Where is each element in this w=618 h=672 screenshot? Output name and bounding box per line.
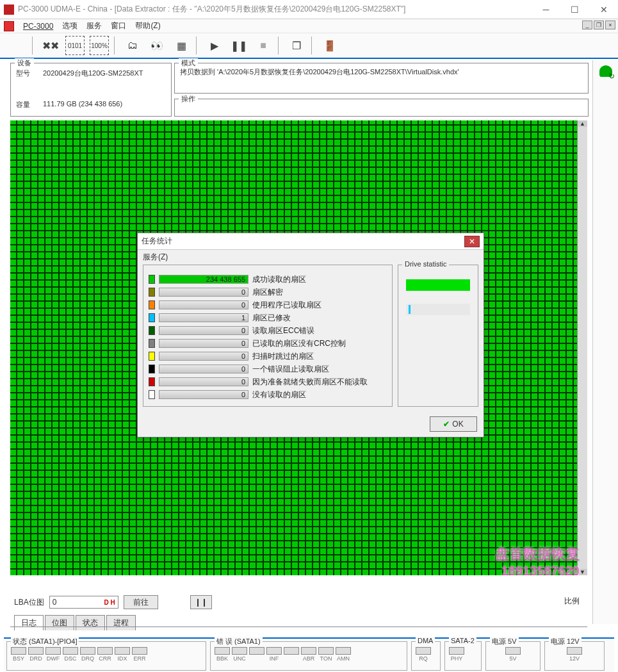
- module-icon: [4, 21, 14, 31]
- status-5v-group: 电源 5V 5V: [485, 641, 541, 671]
- exit-icon[interactable]: 🚪: [320, 36, 339, 55]
- drive-bar-good: [406, 279, 470, 291]
- right-sidebar: [592, 60, 618, 624]
- menubar: PC-3000 选项 服务 窗口 帮助(Z) _ ❐ ×: [0, 19, 618, 33]
- lba-value: 0: [53, 598, 57, 607]
- stat-row: 1扇区已修改: [149, 311, 387, 324]
- stat-color-swatch: [149, 339, 155, 348]
- percent-icon[interactable]: 100%: [90, 36, 109, 55]
- stat-label: 使用程序已读取扇区: [252, 300, 387, 311]
- tab-log[interactable]: 日志: [14, 615, 44, 630]
- status-led: AMN: [336, 647, 351, 662]
- status-led: [249, 647, 264, 662]
- minimize-button[interactable]: ─: [532, 0, 560, 19]
- bottom-tabs: 日志 位图 状态 进程: [14, 615, 136, 630]
- capacity-label: 容量: [16, 100, 39, 110]
- tab-status[interactable]: 状态: [76, 615, 105, 630]
- drive-statistic-panel: Drive statistic: [398, 265, 478, 407]
- tab-bitmap[interactable]: 位图: [45, 615, 74, 630]
- stat-value-bar: 0: [159, 352, 248, 361]
- menu-service[interactable]: 服务: [86, 20, 102, 31]
- dialog-title: 任务统计: [142, 236, 172, 247]
- stat-value-bar: 0: [159, 300, 248, 309]
- stat-color-swatch: [149, 377, 155, 386]
- status-led: IDX: [115, 647, 130, 662]
- menu-options[interactable]: 选项: [62, 20, 77, 31]
- lba-dechex-toggle[interactable]: D H: [104, 599, 115, 606]
- stat-label: 成功读取的扇区: [252, 274, 387, 285]
- menu-pc3000[interactable]: PC-3000: [23, 22, 53, 31]
- operation-panel: 操作: [174, 99, 589, 117]
- lba-input[interactable]: 0 D H: [49, 596, 118, 609]
- stat-row: 0已读取的扇区没有CRC控制: [149, 337, 387, 350]
- stat-label: 没有读取的扇区: [252, 389, 387, 400]
- close-button[interactable]: ✕: [589, 0, 618, 19]
- stat-value-bar: 0: [159, 390, 248, 399]
- stat-row: 0一个错误阻止读取扇区: [149, 363, 387, 375]
- tools-icon[interactable]: ✖✖: [41, 36, 60, 55]
- pause-icon[interactable]: ❚❚: [229, 36, 248, 55]
- stat-color-swatch: [149, 275, 155, 284]
- dialog-close-button[interactable]: ✕: [464, 236, 480, 247]
- status-dma-group: DMA RQ: [411, 641, 441, 671]
- status-led: CRR: [97, 647, 113, 662]
- drive-bar-detail: [406, 304, 470, 315]
- stat-row: 0扇区解密: [149, 286, 387, 299]
- app-icon: [4, 4, 14, 15]
- lba-label: LBA位图: [14, 597, 44, 608]
- map-build-icon[interactable]: ▦: [172, 36, 191, 55]
- stat-label: 扫描时跳过的扇区: [252, 351, 387, 362]
- tab-process[interactable]: 进程: [106, 615, 136, 630]
- mdi-minimize-button[interactable]: _: [582, 20, 592, 29]
- device-legend: 设备: [15, 58, 34, 68]
- stat-label: 扇区解密: [252, 287, 387, 298]
- goto-button[interactable]: 前往: [124, 595, 158, 609]
- status-led: BBK: [215, 647, 230, 662]
- stat-label: 扇区已修改: [252, 313, 387, 324]
- map-scrollbar[interactable]: [577, 120, 587, 575]
- mdi-restore-button[interactable]: ❐: [594, 20, 604, 29]
- menu-help[interactable]: 帮助(Z): [135, 20, 160, 31]
- maximize-button[interactable]: ☐: [560, 0, 589, 19]
- ok-label: OK: [452, 420, 463, 429]
- mdi-close-button[interactable]: ×: [605, 20, 615, 29]
- status-bar: 状态 (SATA1)-[PIO4] BSYDRDDWFDSCDRQCRRIDXE…: [4, 637, 614, 672]
- ok-button[interactable]: ✔OK: [430, 416, 477, 432]
- stat-label: 因为准备就绪失败而扇区不能读取: [252, 377, 387, 388]
- drive-refresh-icon[interactable]: [598, 64, 614, 79]
- capacity-value: 111.79 GB (234 438 656): [43, 100, 122, 110]
- stat-color-swatch: [149, 313, 155, 322]
- drive-statistic-legend: Drive statistic: [402, 260, 449, 268]
- map-pause-button[interactable]: ❙❙: [190, 595, 212, 609]
- stat-color-swatch: [149, 300, 155, 309]
- mode-value: 拷贝数据到 'A:\2020年5月数据恢复任务\20200429台电120G-S…: [180, 67, 583, 77]
- status-led: ABR: [301, 647, 316, 662]
- stat-row: 0扫描时跳过的扇区: [149, 350, 387, 363]
- status-led: [284, 647, 299, 662]
- disk-util-icon[interactable]: 0101: [65, 36, 85, 55]
- toolbar: ✖✖ 0101 100% 🗂 👀 ▦ ▶ ❚❚ ■ ❐ 🚪: [0, 33, 618, 59]
- status-sata1-legend: 状态 (SATA1)-[PIO4]: [11, 637, 79, 646]
- stat-color-swatch: [149, 365, 155, 373]
- status-sata2-group: SATA-2 PHY: [444, 641, 482, 671]
- binoculars-icon[interactable]: 👀: [147, 36, 167, 55]
- stat-value-bar: 234 438 655: [159, 275, 248, 284]
- stop-icon[interactable]: ■: [254, 36, 273, 55]
- check-icon: ✔: [443, 420, 450, 429]
- stat-color-swatch: [149, 352, 155, 361]
- stat-value-bar: 0: [159, 339, 248, 348]
- menu-window[interactable]: 窗口: [111, 20, 126, 31]
- stat-value-bar: 0: [159, 288, 248, 297]
- mode-panel: 模式 拷贝数据到 'A:\2020年5月数据恢复任务\20200429台电120…: [174, 63, 589, 94]
- status-led: DRQ: [80, 647, 95, 662]
- status-led: DWF: [45, 647, 61, 662]
- lba-controls: LBA位图 0 D H 前往 ❙❙: [14, 593, 587, 611]
- status-12v-group: 电源 12V 12V: [544, 641, 605, 671]
- play-icon[interactable]: ▶: [205, 36, 224, 55]
- statistics-list: 234 438 655成功读取的扇区0扇区解密0使用程序已读取扇区1扇区已修改0…: [143, 265, 393, 407]
- stat-label: 一个错误阻止读取扇区: [252, 364, 387, 375]
- stat-row: 234 438 655成功读取的扇区: [149, 273, 387, 286]
- stat-color-swatch: [149, 288, 155, 297]
- copy-icon[interactable]: ❐: [287, 36, 306, 55]
- params-icon[interactable]: 🗂: [123, 36, 142, 55]
